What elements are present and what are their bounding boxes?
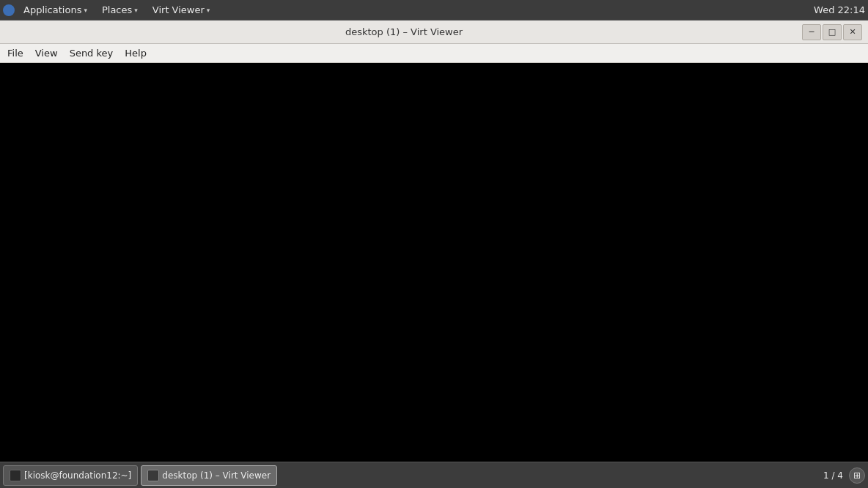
host-virt-viewer-menu[interactable]: Virt Viewer ▾ bbox=[147, 3, 216, 17]
task-terminal-icon bbox=[10, 470, 21, 481]
virt-file-menu[interactable]: File bbox=[3, 46, 28, 60]
host-task-virt[interactable]: desktop (1) – Virt Viewer bbox=[141, 465, 277, 486]
host-taskbar-right: 1 / 4 ⊞ bbox=[823, 467, 865, 484]
virt-viewer-title: desktop (1) – Virt Viewer bbox=[6, 26, 802, 37]
host-topbar-left: Applications ▾ Places ▾ Virt Viewer ▾ bbox=[3, 3, 216, 17]
maximize-button[interactable]: □ bbox=[823, 24, 842, 40]
host-taskbar: [kiosk@foundation12:~] desktop (1) – Vir… bbox=[0, 462, 868, 488]
virt-viewer-titlebar: desktop (1) – Virt Viewer ─ □ ✕ bbox=[0, 21, 868, 44]
virt-window-controls: ─ □ ✕ bbox=[802, 24, 862, 40]
fedora-icon bbox=[3, 4, 15, 16]
chevron-down-icon: ▾ bbox=[84, 7, 87, 14]
close-button[interactable]: ✕ bbox=[843, 24, 862, 40]
virt-viewer-menubar: File View Send key Help bbox=[0, 44, 868, 63]
host-places-menu[interactable]: Places ▾ bbox=[96, 3, 144, 17]
virt-sendkey-menu[interactable]: Send key bbox=[65, 46, 118, 60]
host-pager-button[interactable]: ⊞ bbox=[849, 467, 865, 484]
task-virt-icon bbox=[147, 470, 159, 481]
host-task-terminal[interactable]: [kiosk@foundation12:~] bbox=[3, 465, 138, 486]
virt-help-menu[interactable]: Help bbox=[120, 46, 151, 60]
host-topbar: Applications ▾ Places ▾ Virt Viewer ▾ We… bbox=[0, 0, 868, 21]
chevron-down-icon: ▾ bbox=[134, 7, 138, 14]
host-clock: Wed 22:14 bbox=[814, 4, 865, 15]
chevron-down-icon: ▾ bbox=[207, 7, 210, 14]
virt-view-menu[interactable]: View bbox=[31, 46, 62, 60]
host-applications-menu[interactable]: Applications ▾ bbox=[18, 3, 93, 17]
minimize-button[interactable]: ─ bbox=[802, 24, 821, 40]
